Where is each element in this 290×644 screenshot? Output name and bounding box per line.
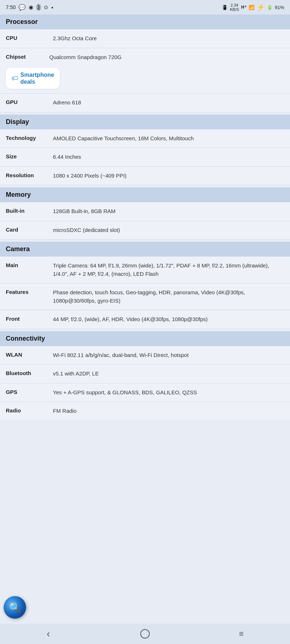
gpu-row: GPU Adreno 618 [0,94,290,112]
front-camera-label: Front [6,315,49,322]
deals-tag-icon: 🏷 [12,75,18,82]
cpu-value: 2.3Ghz Octa Core [53,34,284,43]
deals-badge-text: Smartphonedeals [20,71,54,85]
card-row: Card microSDXC (dedicated slot) [0,221,290,240]
wlan-label: WLAN [6,351,49,358]
builtin-value: 128GB Built-in, 8GB RAM [53,207,284,216]
status-right: 📳 2.34KB/S H⁺ 📶 ⚡ 🔋 91% [222,3,284,12]
size-row: Size 6.44 Inches [0,148,290,167]
search-fab-icon: 🔍 [8,601,22,614]
camera-section: Camera Main Triple Camera: 64 MP, f/1.9,… [0,242,290,329]
connectivity-title: Connectivity [6,335,45,342]
smartphone-deals-badge[interactable]: 🏷 Smartphonedeals [6,68,60,89]
signal-strength: 📶 [249,5,254,10]
processor-header: Processor [0,14,290,29]
bluetooth-row: Bluetooth v5.1 with A2DP, LE [0,365,290,383]
chipset-label: Chipset [6,53,49,62]
front-camera-row: Front 44 MP, f/2.0, (wide), AF, HDR, Vid… [0,310,290,329]
signal-icon: ◉ [29,4,33,11]
gps-label: GPS [6,389,49,395]
network-type: H⁺ [241,5,246,10]
menu-button[interactable]: ≡ [231,627,253,641]
status-left: 7:50 💬 ◉ ₿ ⊙ ● [6,4,53,11]
camera-features-label: Features [6,288,49,295]
camera-title: Camera [6,245,30,253]
card-label: Card [6,226,49,233]
whatsapp-icon: 💬 [18,4,26,11]
home-icon [140,629,150,639]
search-fab-button[interactable]: 🔍 [4,596,26,619]
main-camera-label: Main [6,262,49,268]
display-header: Display [0,115,290,129]
card-value: microSDXC (dedicated slot) [53,226,284,234]
gps-row: GPS Yes + A-GPS support, & GLONASS, BDS,… [0,383,290,402]
battery-icon: 🔋 [267,5,273,10]
vibrate-icon: 📳 [222,5,228,10]
main-camera-value: Triple Camera: 64 MP, f/1.9, 26mm (wide)… [53,262,284,278]
back-icon: ‹ [47,628,50,640]
camera-features-value: Phase detection, touch focus, Geo-taggin… [53,288,284,305]
radio-value: FM Radio [53,407,284,415]
connectivity-section: Connectivity WLAN Wi-Fi 802.11 a/b/g/n/a… [0,331,290,420]
bluetooth-value: v5.1 with A2DP, LE [53,370,284,378]
front-camera-value: 44 MP, f/2.0, (wide), AF, HDR, Video (4K… [53,315,284,324]
display-section: Display Technology AMOLED Capacitive Tou… [0,115,290,186]
resolution-row: Resolution 1080 x 2400 Pixels (~409 PPI) [0,167,290,186]
chipset-row: Chipset Qualcomm Snapdragon 720G 🏷 Smart… [0,48,290,94]
memory-header: Memory [0,187,290,202]
lightning-icon: ⚡ [257,3,265,11]
camera-header: Camera [0,242,290,257]
bitcoin-icon: ₿ [36,4,41,11]
resolution-label: Resolution [6,172,49,178]
dot-icon: ● [51,5,53,9]
camera-features-row: Features Phase detection, touch focus, G… [0,283,290,310]
wlan-value: Wi-Fi 802.11 a/b/g/n/ac, dual-band, Wi-F… [53,351,284,360]
size-label: Size [6,153,49,159]
radio-label: Radio [6,407,49,414]
wlan-row: WLAN Wi-Fi 802.11 a/b/g/n/ac, dual-band,… [0,346,290,365]
cpu-label: CPU [6,34,49,41]
chipset-value: Qualcomm Snapdragon 720G [49,53,284,62]
status-bar: 7:50 💬 ◉ ₿ ⊙ ● 📳 2.34KB/S H⁺ 📶 ⚡ 🔋 91% [0,0,290,14]
resolution-value: 1080 x 2400 Pixels (~409 PPI) [53,172,284,180]
size-value: 6.44 Inches [53,153,284,161]
memory-section: Memory Built-in 128GB Built-in, 8GB RAM … [0,187,290,240]
builtin-row: Built-in 128GB Built-in, 8GB RAM [0,202,290,221]
gpu-value: Adreno 618 [53,99,284,107]
back-button[interactable]: ‹ [37,627,59,641]
technology-value: AMOLED Capacitive Touchscreen, 16M Color… [53,134,284,143]
builtin-label: Built-in [6,207,49,214]
navigation-bar: ‹ ≡ [0,624,290,644]
radio-row: Radio FM Radio [0,402,290,420]
data-speed: 2.34KB/S [230,3,239,12]
technology-row: Technology AMOLED Capacitive Touchscreen… [0,129,290,148]
gps-value: Yes + A-GPS support, & GLONASS, BDS, GAL… [53,389,284,397]
bluetooth-label: Bluetooth [6,370,49,376]
gpu-label: GPU [6,99,49,105]
memory-title: Memory [6,191,31,198]
menu-icon: ≡ [239,629,244,639]
main-camera-row: Main Triple Camera: 64 MP, f/1.9, 26mm (… [0,257,290,283]
home-button[interactable] [134,627,156,641]
app-icon-4: ⊙ [44,4,48,10]
processor-section: Processor CPU 2.3Ghz Octa Core Chipset Q… [0,14,290,112]
display-title: Display [6,118,29,125]
connectivity-header: Connectivity [0,331,290,346]
cpu-row: CPU 2.3Ghz Octa Core [0,29,290,48]
technology-label: Technology [6,134,49,141]
battery-percent: 91% [275,5,284,10]
time-display: 7:50 [6,4,16,10]
processor-title: Processor [6,18,38,25]
